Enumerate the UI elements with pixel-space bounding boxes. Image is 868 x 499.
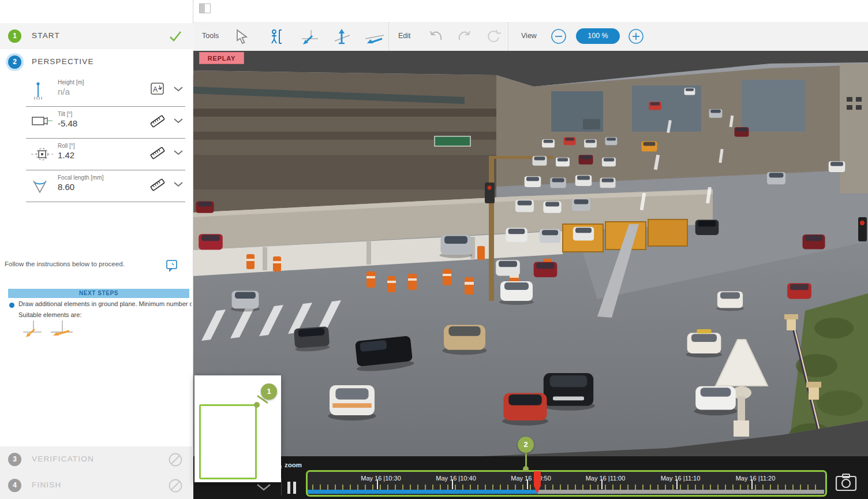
- timeline-tick-label: May 16 |11:00: [586, 475, 626, 482]
- callout-2-anchor-dot: [523, 466, 529, 472]
- zoom-in-icon[interactable]: [627, 28, 645, 46]
- field-value[interactable]: 8.60: [58, 182, 74, 192]
- callout-1-anchor-dot: [254, 402, 260, 408]
- svg-text:A: A: [153, 85, 158, 94]
- pause-button[interactable]: [287, 482, 298, 494]
- callout-2-connector: [525, 452, 527, 468]
- timeline-tick-label: May 16 |11:20: [736, 475, 776, 482]
- playhead-marker[interactable]: [533, 471, 541, 494]
- ruler-icon[interactable]: [149, 114, 166, 129]
- chevron-down-icon[interactable]: [173, 117, 184, 124]
- timeline-bar: zoom May 16 |10:30 May 16 |10:40 May 16 …: [193, 456, 868, 499]
- chevron-down-icon[interactable]: [173, 149, 184, 156]
- tilt-icon: [31, 113, 54, 132]
- disabled-icon: [168, 478, 183, 493]
- view-label: View: [521, 32, 537, 40]
- focal-length-icon: [31, 176, 53, 196]
- zoom-level-value[interactable]: 100 %: [576, 28, 620, 44]
- field-value[interactable]: 1.42: [58, 150, 74, 160]
- undo-icon[interactable]: [427, 28, 444, 44]
- panel-toggle-icon[interactable]: [199, 3, 211, 13]
- bullet-icon: [9, 303, 14, 308]
- zoom-out-icon[interactable]: [550, 28, 567, 46]
- timeline-zoom-label: zoom: [285, 461, 302, 468]
- field-label: Height [m]: [58, 79, 84, 85]
- step-1-badge: 1: [8, 29, 21, 43]
- chevron-down-icon[interactable]: [173, 85, 184, 92]
- step-perspective[interactable]: 2 PERSPECTIVE: [0, 49, 193, 75]
- step-2-label: PERSPECTIVE: [32, 57, 94, 66]
- person-height-tool-icon[interactable]: [268, 28, 285, 44]
- next-steps-banner: NEXT STEPS: [8, 289, 189, 298]
- field-label: Roll [°]: [58, 143, 75, 149]
- chevron-down-icon[interactable]: [173, 181, 184, 188]
- collapse-chevron-icon[interactable]: [256, 483, 272, 491]
- redo-icon[interactable]: [456, 28, 473, 44]
- traffic-video-frame: [193, 51, 868, 456]
- app-window: DINION 7100i IR 1 START 2 PERSPECTIVE He…: [0, 0, 868, 499]
- roll-icon: [31, 144, 54, 164]
- step-4-label: FINISH: [32, 481, 61, 489]
- snapshot-camera-icon[interactable]: [835, 473, 858, 491]
- timeline-tick-label: May 16 |10:40: [436, 475, 476, 482]
- edit-label: Edit: [398, 32, 411, 40]
- reset-icon[interactable]: [485, 28, 502, 44]
- cursor-tool-icon[interactable]: [234, 28, 250, 44]
- field-height: Height [m] n/a A: [26, 75, 185, 107]
- auto-icon[interactable]: A: [151, 82, 166, 96]
- ground-plane-tool-icon[interactable]: [364, 28, 386, 44]
- timeline-tick-label: May 16 |10:50: [511, 475, 551, 482]
- replay-mode-badge: REPLAY: [199, 52, 244, 64]
- divider: [281, 478, 282, 496]
- instructions-text: Follow the instructions below to proceed…: [5, 260, 155, 267]
- video-viewport[interactable]: REPLAY: [193, 51, 868, 456]
- step-1-label: START: [32, 31, 60, 40]
- tools-label: Tools: [202, 32, 219, 40]
- calibration-sidebar: 1 START 2 PERSPECTIVE Height [m] n/a A: [0, 0, 193, 499]
- field-roll: Roll [°] 1.42: [26, 139, 185, 170]
- field-focal-length: Focal length [mm] 8.60: [26, 170, 185, 202]
- ruler-icon[interactable]: [149, 146, 166, 161]
- field-tilt: Tilt [°] -5.48: [26, 107, 185, 139]
- future-range-bar: [537, 490, 824, 494]
- minor-ticks: [312, 485, 821, 490]
- step-3-label: VERIFICATION: [32, 455, 94, 463]
- timeline-tick-label: May 16 |10:30: [361, 475, 401, 482]
- annotation-callout-2: 2: [518, 437, 534, 453]
- step-2-badge: 2: [8, 55, 21, 69]
- recorded-range-bar: [308, 490, 537, 494]
- check-icon: [168, 29, 183, 44]
- video-toolbar: Tools Edit: [193, 22, 868, 51]
- ground-line-element-icon: [21, 318, 45, 338]
- field-value[interactable]: -5.48: [58, 118, 77, 128]
- step-finish[interactable]: 4 FINISH: [0, 472, 193, 499]
- step-start[interactable]: 1 START: [0, 23, 193, 49]
- step-verification[interactable]: 3 VERIFICATION: [0, 446, 193, 472]
- vertical-line-tool-icon[interactable]: [332, 28, 351, 44]
- note-icon[interactable]: [165, 259, 179, 273]
- disabled-icon: [168, 452, 183, 467]
- ground-plane-element-icon: [48, 318, 75, 338]
- suitable-elements-label: Suitable elements are:: [18, 311, 81, 318]
- step-4-badge: 4: [8, 479, 21, 492]
- ruler-icon[interactable]: [149, 177, 166, 192]
- field-label: Tilt [°]: [58, 111, 72, 117]
- field-value[interactable]: n/a: [58, 87, 70, 96]
- field-label: Focal length [mm]: [58, 174, 103, 181]
- timeline-track[interactable]: May 16 |10:30 May 16 |10:40 May 16 |10:5…: [306, 470, 827, 497]
- height-icon: [31, 81, 53, 100]
- ground-line-tool-icon[interactable]: [300, 28, 320, 44]
- next-steps-item: Draw additional elements in ground plane…: [18, 300, 192, 307]
- timeline-tick-label: May 16 |11:10: [661, 475, 701, 482]
- annotation-callout-1: 1: [261, 383, 277, 400]
- step-3-badge: 3: [8, 453, 21, 466]
